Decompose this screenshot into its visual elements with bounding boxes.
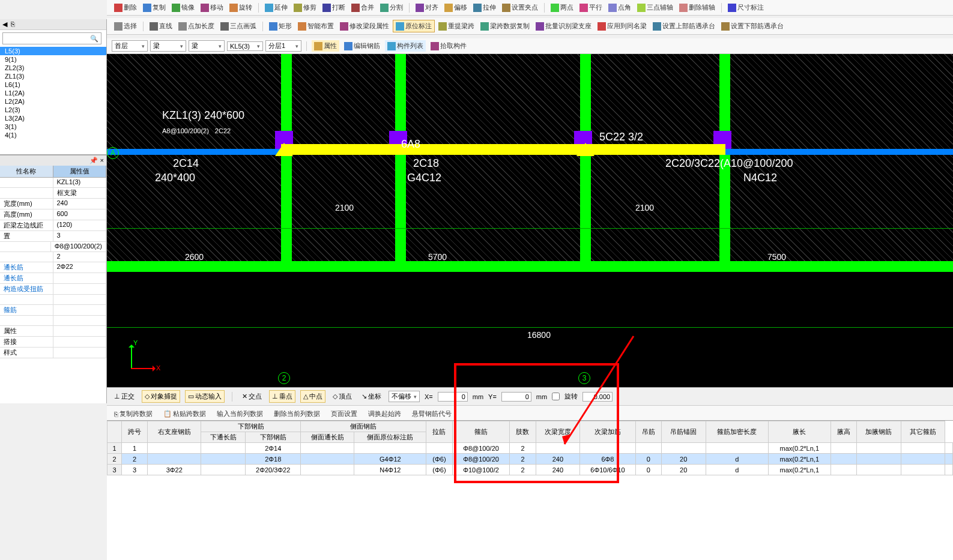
prop-row[interactable]: 构造或受扭筋 (0, 284, 106, 295)
tree-item[interactable]: L3(2A) (0, 114, 106, 122)
tb-ptangle[interactable]: 点角 (606, 2, 634, 13)
prop-row[interactable]: 宽度(mm)240 (0, 199, 106, 209)
bt-pageset[interactable]: 页面设置 (328, 408, 360, 420)
tree-item[interactable]: L2(2A) (0, 97, 106, 106)
sb-vert[interactable]: ◇顶点 (330, 391, 354, 402)
tree-item[interactable]: L2(3) (0, 106, 106, 114)
prop-close-icon[interactable]: × (100, 157, 104, 164)
bt-pastespan[interactable]: 📋粘贴跨数据 (161, 408, 208, 420)
table-row[interactable]: 222Φ18G4Φ12(Φ6)Φ8@100/2022406Φ8020dmax(0… (107, 454, 953, 465)
tree-item[interactable]: ZL1(3) (0, 72, 106, 80)
tb2-settop[interactable]: 设置上部筋遇承台 (650, 20, 718, 32)
tb2-rect[interactable]: 矩形 (267, 20, 294, 32)
prop-row[interactable]: 高度(mm)600 (0, 209, 106, 220)
sb-mid[interactable]: △中点 (300, 390, 325, 403)
pt-props[interactable]: 属性 (312, 40, 339, 52)
prop-row[interactable]: 通长筋2Φ22 (0, 262, 106, 273)
tb-extend[interactable]: 延伸 (262, 2, 290, 13)
tb-dim[interactable]: 尺寸标注 (725, 2, 766, 13)
tb-mirror[interactable]: 镜像 (169, 2, 197, 13)
sb-rot-check[interactable] (552, 393, 560, 400)
tree-item[interactable]: 9(1) (0, 55, 106, 64)
tree-item[interactable]: 3(1) (0, 122, 106, 131)
sb-rot-input[interactable] (582, 392, 613, 402)
cad-canvas[interactable]: KZL1(3) 240*600 A8@100/200(2) 2C22 2C14 … (107, 54, 953, 387)
tb2-arc3[interactable]: 三点画弧 (218, 20, 259, 32)
tb-offset[interactable]: 偏移 (442, 2, 470, 13)
tb2-ptlen[interactable]: 点加长度 (176, 20, 217, 32)
dd-category[interactable]: 梁 (150, 40, 186, 52)
sb-offset-mode[interactable]: 不偏移 (389, 391, 420, 402)
tb2-inplace[interactable]: 原位标注 (393, 20, 435, 32)
copy-icon[interactable]: ⎘ (11, 20, 15, 28)
span-data-table[interactable]: 跨号右支座钢筋下部钢筋侧面钢筋拉筋箍筋肢数次梁宽度次梁加筋吊筋吊筋锚固箍筋加密长… (107, 420, 953, 560)
bt-cantcode[interactable]: 悬臂钢筋代号 (410, 408, 454, 420)
tree-item[interactable]: L1(2A) (0, 89, 106, 97)
pt-editrebar[interactable]: 编辑钢筋 (342, 40, 383, 52)
pt-pick[interactable]: 拾取构件 (428, 40, 469, 52)
sb-dyn[interactable]: ▭动态输入 (185, 390, 225, 403)
sb-osnap[interactable]: ◇对象捕捉 (142, 390, 180, 403)
tb-parallel[interactable]: 平行 (577, 2, 605, 13)
prop-row[interactable]: 搭接 (0, 337, 106, 348)
tb-align[interactable]: 对齐 (413, 2, 441, 13)
bt-copyspan[interactable]: ⎘复制跨数据 (112, 408, 155, 420)
prop-row[interactable] (0, 316, 106, 326)
component-tree[interactable]: L5(3)9(1)ZL2(3)ZL1(3)L6(1)L1(2A)L2(2A)L2… (0, 47, 106, 155)
tb-2pt[interactable]: 两点 (548, 2, 576, 13)
tb-stretch[interactable]: 拉伸 (471, 2, 498, 13)
bt-delcol[interactable]: 删除当前列数据 (271, 408, 322, 420)
tb2-smart[interactable]: 智能布置 (295, 20, 336, 32)
back-icon[interactable]: ◀ (2, 20, 7, 28)
tb2-respan[interactable]: 重提梁跨 (436, 20, 477, 32)
prop-pin-icon[interactable]: 📌 (89, 157, 98, 164)
tb2-applyname[interactable]: 应用到同名梁 (595, 20, 649, 32)
table-row[interactable]: 112Φ14Φ8@100/202max(0.2*Ln,1 (107, 443, 953, 454)
dd-floor[interactable]: 首层 (112, 40, 148, 52)
tb2-batchsup[interactable]: 批量识别梁支座 (533, 20, 594, 32)
dd-component[interactable]: KL5(3) (227, 41, 263, 51)
prop-row[interactable]: 样式 (0, 348, 106, 358)
prop-row[interactable]: 距梁左边线距(120) (0, 220, 106, 231)
bt-swapstart[interactable]: 调换起始跨 (366, 408, 404, 420)
tb-trim[interactable]: 修剪 (291, 2, 319, 13)
tb-grip[interactable]: 设置夹点 (500, 2, 540, 13)
tree-search[interactable]: 🔍 (2, 32, 101, 44)
sb-perp[interactable]: ⊥垂点 (269, 390, 295, 403)
tb-move[interactable]: 移动 (198, 2, 226, 13)
tb-rotate[interactable]: 旋转 (227, 2, 255, 13)
tb-3ptaux[interactable]: 三点辅轴 (635, 2, 676, 13)
pt-complist[interactable]: 构件列表 (385, 40, 426, 52)
tree-item[interactable]: 4(1) (0, 131, 106, 139)
prop-row[interactable]: 2 (0, 252, 106, 262)
tb2-copyspan[interactable]: 梁跨数据复制 (478, 20, 532, 32)
sb-ortho[interactable]: ⊥正交 (112, 391, 137, 402)
prop-row[interactable]: 通长筋 (0, 273, 106, 284)
tb-split[interactable]: 分割 (378, 2, 405, 13)
dd-layer[interactable]: 分层1 (265, 40, 301, 52)
prop-row[interactable]: Φ8@100/200(2) (0, 242, 106, 252)
sb-coord[interactable]: ↘坐标 (359, 391, 384, 402)
tb-break[interactable]: 打断 (320, 2, 348, 13)
dd-subcategory[interactable]: 梁 (189, 40, 225, 52)
tb2-editseg[interactable]: 修改梁段属性 (337, 20, 392, 32)
prop-row[interactable]: 属性 (0, 326, 106, 337)
table-row[interactable]: 333Φ222Φ20/3Φ22N4Φ12(Φ6)Φ10@100/222406Φ1… (107, 465, 953, 475)
sb-x-input[interactable] (438, 392, 468, 402)
tb-delete[interactable]: 删除 (112, 2, 139, 13)
tb2-setbot[interactable]: 设置下部筋遇承台 (719, 20, 786, 32)
sb-y-input[interactable] (501, 392, 531, 402)
tb2-select[interactable]: 选择 (112, 20, 139, 32)
sb-cross[interactable]: ✕交点 (240, 391, 264, 402)
tb2-line[interactable]: 直线 (147, 20, 175, 32)
tb-delaux[interactable]: 删除辅轴 (677, 2, 718, 13)
tree-item[interactable]: L5(3) (0, 47, 106, 55)
prop-row[interactable] (0, 295, 106, 305)
prop-row[interactable]: 框支梁 (0, 188, 106, 199)
bt-inputcol[interactable]: 输入当前列数据 (214, 408, 265, 420)
prop-row[interactable]: 置3 (0, 231, 106, 242)
tree-item[interactable]: L6(1) (0, 80, 106, 89)
tree-item[interactable]: ZL2(3) (0, 64, 106, 72)
tb-join[interactable]: 合并 (349, 2, 377, 13)
tb-copy[interactable]: 复制 (141, 2, 168, 13)
